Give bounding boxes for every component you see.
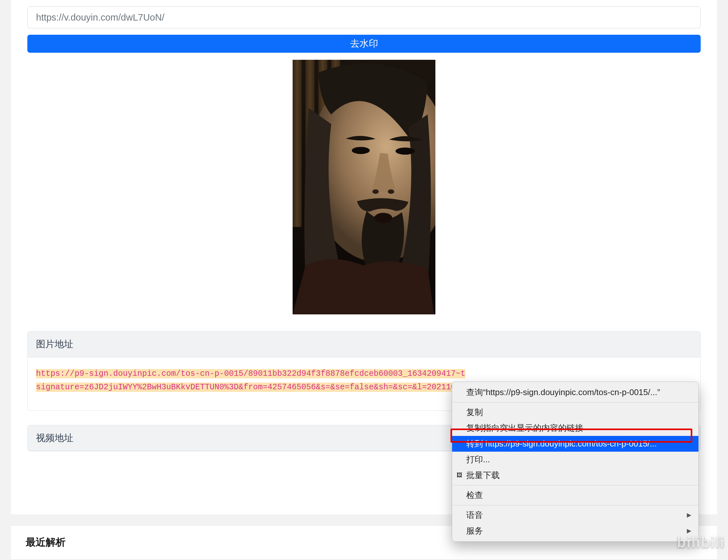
ctx-batch-download-label: 批量下载	[466, 469, 500, 482]
ctx-copy-link[interactable]: 复制指向突出显示的内容的链接	[452, 420, 698, 436]
ctx-inspect[interactable]: 检查	[452, 487, 698, 503]
ctx-query[interactable]: 查询“https://p9-sign.douyinpic.com/tos-cn-…	[452, 384, 698, 400]
ctx-separator	[452, 402, 698, 402]
svg-point-8	[372, 189, 379, 194]
video-thumbnail[interactable]	[293, 60, 435, 314]
svg-rect-1	[293, 60, 302, 227]
ctx-copy[interactable]: 复制	[452, 404, 698, 420]
svg-point-10	[374, 213, 392, 223]
ctx-batch-download[interactable]: 🖼 批量下载	[452, 467, 698, 483]
ctx-services[interactable]: 服务	[452, 523, 698, 539]
ctx-goto[interactable]: 转到 https://p9-sign.douyinpic.com/tos-cn-…	[452, 436, 698, 452]
ctx-separator	[452, 505, 698, 505]
thumbnail-container	[27, 60, 701, 314]
svg-point-6	[352, 147, 370, 154]
remove-watermark-button[interactable]: 去水印	[27, 35, 701, 53]
svg-point-9	[388, 189, 394, 194]
svg-point-7	[396, 148, 415, 155]
ctx-voice[interactable]: 语音	[452, 507, 698, 523]
image-url-panel-title: 图片地址	[28, 331, 700, 357]
context-menu: 查询“https://p9-sign.douyinpic.com/tos-cn-…	[452, 382, 699, 542]
watermark-text: bilibili	[677, 531, 725, 554]
ctx-separator	[452, 485, 698, 485]
url-input[interactable]	[27, 6, 701, 28]
image-icon: 🖼	[456, 473, 463, 478]
image-url-line2: signature=z6JD2juIWYY%2BwH3uBKkvDETTUN0%…	[36, 383, 460, 392]
image-url-line1: https://p9-sign.douyinpic.com/tos-cn-p-0…	[36, 369, 465, 378]
ctx-print[interactable]: 打印...	[452, 452, 698, 467]
